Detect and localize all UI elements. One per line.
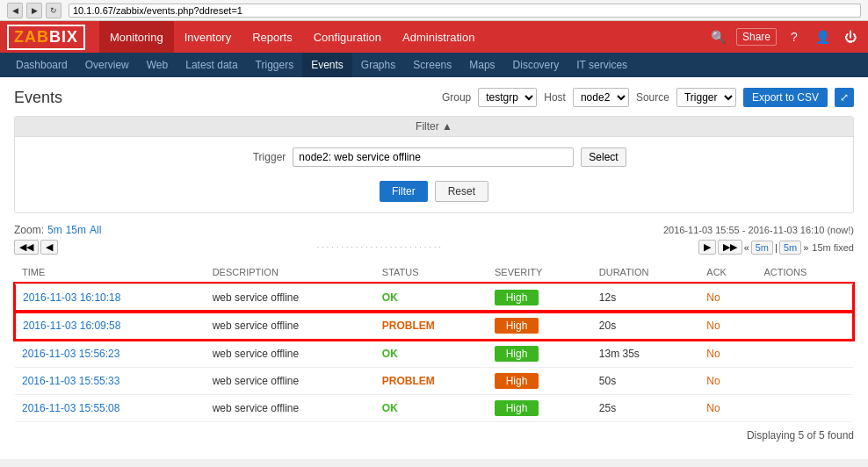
- period-next-button[interactable]: 5m: [779, 241, 801, 255]
- filter-trigger-row: Trigger Select: [242, 147, 626, 167]
- url-input[interactable]: [69, 4, 861, 18]
- source-select[interactable]: Trigger: [676, 88, 736, 107]
- nav-reports[interactable]: Reports: [242, 21, 303, 53]
- browser-nav: ◀ ▶ ↻: [7, 3, 61, 18]
- logo: ZABBIX: [7, 25, 85, 50]
- pagination-row: ◀◀ ◀ · · · · · · · · · · · · · · · · · ·…: [14, 240, 854, 255]
- group-select[interactable]: testgrp: [478, 88, 537, 107]
- nav-administration[interactable]: Administration: [392, 21, 485, 53]
- refresh-button[interactable]: ↻: [46, 3, 61, 18]
- filter-actions: Filter Reset: [380, 181, 488, 202]
- fullscreen-button[interactable]: ⤢: [835, 88, 854, 107]
- prev-button[interactable]: ◀: [40, 240, 58, 255]
- event-actions: [756, 368, 853, 395]
- event-ack: No: [699, 284, 756, 312]
- zoom-15m[interactable]: 15m: [66, 224, 86, 236]
- source-label: Source: [636, 91, 669, 104]
- event-description: web service offline: [206, 284, 375, 312]
- filter-section: Filter ▲ Trigger Select Filter Reset: [14, 116, 854, 213]
- event-actions: [756, 395, 853, 422]
- event-time-link[interactable]: 2016-11-03 15:55:33: [22, 375, 119, 387]
- fixed-label: 15m fixed: [812, 242, 854, 253]
- event-status: OK: [375, 395, 488, 422]
- nav-inventory[interactable]: Inventory: [174, 21, 242, 53]
- trigger-input[interactable]: [293, 147, 574, 167]
- event-actions: [756, 340, 853, 368]
- event-actions: [756, 312, 853, 340]
- url-bar: ◀ ▶ ↻: [0, 0, 868, 21]
- events-table: TIME DESCRIPTION STATUS SEVERITY DURATIO…: [14, 262, 854, 422]
- event-time-link[interactable]: 2016-11-03 16:10:18: [23, 291, 120, 304]
- table-row: 2016-11-03 16:10:18web service offlineOK…: [15, 284, 853, 312]
- subnav-overview[interactable]: Overview: [76, 53, 138, 77]
- subnav-maps[interactable]: Maps: [460, 53, 503, 77]
- subnav-discovery[interactable]: Discovery: [504, 53, 568, 77]
- trigger-label: Trigger: [242, 151, 286, 163]
- share-button[interactable]: Share: [736, 28, 777, 46]
- prev-prev-button[interactable]: ◀◀: [14, 240, 39, 255]
- event-description: web service offline: [206, 368, 375, 395]
- subnav-latest-data[interactable]: Latest data: [177, 53, 246, 77]
- profile-icon[interactable]: 👤: [812, 26, 833, 47]
- period-next-label: »: [803, 242, 808, 253]
- event-time-link[interactable]: 2016-11-03 15:55:08: [22, 402, 119, 414]
- reset-button[interactable]: Reset: [435, 181, 488, 202]
- select-button[interactable]: Select: [581, 147, 626, 167]
- next-next-button[interactable]: ▶▶: [718, 240, 742, 255]
- subnav-graphs[interactable]: Graphs: [352, 53, 404, 77]
- filter-header-label: Filter ▲: [416, 120, 452, 133]
- period-prev-label: «: [744, 242, 749, 253]
- subnav-triggers[interactable]: Triggers: [247, 53, 303, 77]
- subnav-events[interactable]: Events: [302, 53, 352, 77]
- col-actions: ACTIONS: [756, 262, 853, 284]
- event-ack: No: [699, 368, 756, 395]
- filter-header[interactable]: Filter ▲: [15, 117, 853, 137]
- nav-monitoring[interactable]: Monitoring: [99, 21, 174, 53]
- col-status: STATUS: [375, 262, 488, 284]
- event-severity: High: [488, 312, 592, 340]
- nav-configuration[interactable]: Configuration: [303, 21, 392, 53]
- event-status: PROBLEM: [375, 312, 488, 340]
- help-icon[interactable]: ?: [784, 26, 805, 47]
- page-slider[interactable]: · · · · · · · · · · · · · · · · · · · · …: [60, 242, 698, 252]
- logout-icon[interactable]: ⏻: [840, 26, 861, 47]
- export-csv-button[interactable]: Export to CSV: [743, 88, 828, 107]
- col-severity: SEVERITY: [488, 262, 592, 284]
- top-nav: Monitoring Inventory Reports Configurati…: [99, 21, 485, 53]
- table-header: TIME DESCRIPTION STATUS SEVERITY DURATIO…: [15, 262, 853, 284]
- host-select[interactable]: node2: [573, 88, 629, 107]
- forward-button[interactable]: ▶: [26, 3, 42, 18]
- event-severity: High: [488, 395, 592, 422]
- date-range: 2016-11-03 15:55 - 2016-11-03 16:10 (now…: [663, 225, 854, 235]
- event-duration: 13m 35s: [592, 340, 700, 368]
- event-description: web service offline: [206, 340, 375, 368]
- host-label: Host: [544, 91, 566, 104]
- back-button[interactable]: ◀: [7, 3, 23, 18]
- event-ack: No: [699, 395, 756, 422]
- subnav-dashboard[interactable]: Dashboard: [7, 53, 76, 77]
- event-ack: No: [699, 340, 756, 368]
- subnav-screens[interactable]: Screens: [404, 53, 460, 77]
- event-description: web service offline: [206, 395, 375, 422]
- event-time-link[interactable]: 2016-11-03 15:56:23: [22, 348, 119, 360]
- period-buttons: « 5m | 5m »: [744, 241, 809, 255]
- period-prev-button[interactable]: 5m: [751, 241, 773, 255]
- subnav-web[interactable]: Web: [138, 53, 177, 77]
- next-button[interactable]: ▶: [698, 240, 716, 255]
- search-icon[interactable]: 🔍: [708, 26, 729, 47]
- table-footer: Displaying 5 of 5 found: [14, 422, 854, 449]
- event-duration: 25s: [592, 395, 700, 422]
- event-severity: High: [488, 340, 592, 368]
- event-time-link[interactable]: 2016-11-03 16:09:58: [23, 320, 120, 332]
- zoom-all[interactable]: All: [90, 224, 101, 236]
- event-severity: High: [488, 368, 592, 395]
- zoom-5m[interactable]: 5m: [47, 224, 62, 236]
- top-bar: ZABBIX Monitoring Inventory Reports Conf…: [0, 21, 868, 53]
- page-title: Events: [14, 89, 442, 107]
- filter-button[interactable]: Filter: [380, 181, 428, 202]
- subnav-it-services[interactable]: IT services: [568, 53, 636, 77]
- period-separator: |: [775, 242, 778, 253]
- table-row: 2016-11-03 16:09:58web service offlinePR…: [15, 312, 853, 340]
- event-status: OK: [375, 340, 488, 368]
- zoom-label: Zoom:: [14, 224, 44, 236]
